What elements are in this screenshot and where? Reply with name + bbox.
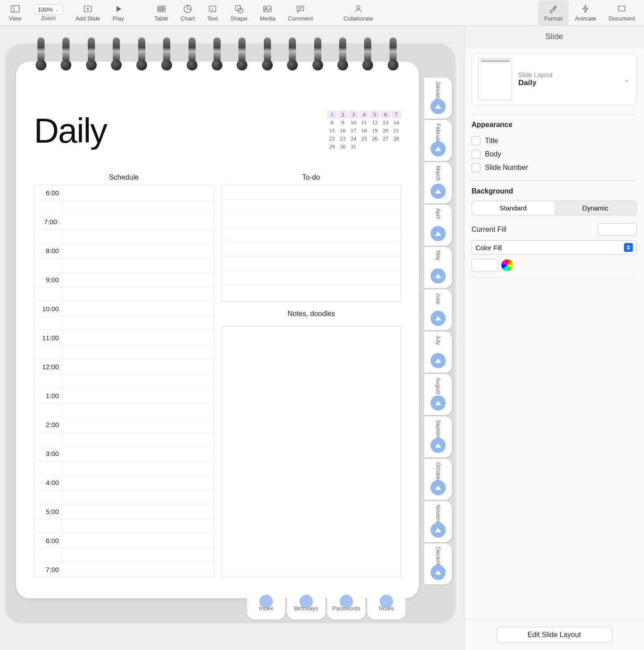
calendar-day[interactable] (370, 143, 380, 151)
comment-button[interactable]: Comment (282, 0, 319, 25)
calendar-day[interactable] (381, 143, 390, 151)
calendar-day[interactable]: 2 (338, 111, 348, 119)
calendar-day[interactable]: 6 (381, 111, 390, 119)
calendar-day[interactable]: 29 (327, 143, 337, 151)
month-tab-january[interactable]: January (424, 78, 452, 119)
calendar-day[interactable]: 27 (381, 135, 390, 143)
bottom-tab-index[interactable]: Index (247, 597, 285, 620)
calendar-day[interactable]: 16 (338, 127, 348, 135)
canvas-area[interactable]: Daily 1234567891011121314151617181920212… (0, 26, 464, 650)
calendar-day[interactable]: 8 (327, 119, 337, 127)
calendar-day[interactable]: 5 (370, 111, 380, 119)
calendar-day[interactable]: 4 (359, 111, 369, 119)
todo-row[interactable] (222, 200, 401, 214)
slide-layout-card[interactable]: Slide Layout Daily ⌄ (472, 53, 637, 105)
calendar-day[interactable]: 28 (391, 135, 401, 143)
todo-row[interactable] (222, 243, 401, 257)
month-tab-april[interactable]: April (424, 205, 452, 246)
schedule-row[interactable]: 8:00 (34, 243, 214, 259)
segment-dynamic[interactable]: Dynamic (554, 201, 637, 215)
calendar-day[interactable]: 20 (381, 127, 390, 135)
month-tab-september[interactable]: September (424, 416, 452, 457)
schedule-row[interactable]: 11:00 (34, 330, 214, 346)
schedule-row[interactable]: 5:00 (34, 504, 214, 519)
calendar-day[interactable]: 23 (338, 135, 348, 143)
month-tab-february[interactable]: February (424, 120, 452, 161)
schedule-row[interactable]: 6:00 (34, 185, 214, 201)
bottom-tab-birthdays[interactable]: Birthdays (287, 597, 325, 620)
calendar-day[interactable]: 24 (349, 135, 358, 143)
schedule-row[interactable]: 6:00 (34, 533, 214, 548)
schedule-row[interactable]: 9:00 (34, 272, 214, 288)
schedule-row[interactable]: 7:00 (34, 562, 214, 577)
schedule-row[interactable]: 3:00 (34, 446, 214, 461)
todo-row[interactable] (222, 285, 401, 300)
month-tab-may[interactable]: May (424, 247, 452, 288)
collaborate-button[interactable]: Collaborate (337, 0, 379, 25)
month-tab-july[interactable]: July (424, 332, 452, 373)
month-tab-august[interactable]: August (424, 374, 452, 415)
calendar-day[interactable]: 7 (391, 111, 401, 119)
todo-row[interactable] (222, 214, 401, 228)
bottom-tab-notes[interactable]: Notes (367, 597, 406, 620)
text-button[interactable]: A Text (201, 0, 224, 25)
checkbox-icon[interactable] (472, 163, 480, 172)
shape-button[interactable]: Shape (224, 0, 254, 25)
schedule-row[interactable]: 1:00 (34, 388, 214, 403)
color-wheel-icon[interactable] (501, 259, 513, 272)
todo-row[interactable] (222, 271, 401, 285)
play-button[interactable]: Play (107, 0, 130, 25)
calendar-day[interactable]: 10 (349, 119, 358, 127)
schedule-row[interactable]: 4:00 (34, 475, 214, 490)
schedule-row[interactable]: 7:00: (34, 214, 214, 230)
month-tab-june[interactable]: June (424, 289, 452, 330)
month-tab-october[interactable]: October (424, 459, 452, 500)
calendar-day[interactable] (391, 143, 401, 151)
calendar-day[interactable]: 9 (338, 119, 348, 127)
calendar-day[interactable]: 31 (349, 143, 358, 151)
todo-row[interactable] (222, 228, 401, 243)
slide-number-checkbox-row[interactable]: Slide Number (472, 161, 637, 174)
calendar-day[interactable]: 1 (327, 111, 337, 119)
zoom-box[interactable]: 100% ⌄ (34, 4, 63, 15)
calendar-day[interactable]: 13 (381, 119, 390, 127)
fill-type-select[interactable]: Color Fill (472, 240, 637, 255)
table-button[interactable]: Table (148, 0, 174, 25)
chart-button[interactable]: Chart (174, 0, 201, 25)
edit-slide-layout-button[interactable]: Edit Slide Layout (496, 627, 612, 643)
calendar-day[interactable]: 15 (327, 127, 337, 135)
calendar-day[interactable]: 14 (391, 119, 401, 127)
body-checkbox-row[interactable]: Body (472, 148, 637, 161)
slide[interactable]: Daily 1234567891011121314151617181920212… (6, 44, 455, 621)
todo-row[interactable] (222, 185, 401, 200)
calendar-day[interactable]: 21 (391, 127, 401, 135)
calendar-day[interactable]: 26 (370, 135, 380, 143)
add-slide-button[interactable]: Add Slide (69, 0, 107, 25)
calendar-day[interactable]: 17 (349, 127, 358, 135)
schedule-row[interactable]: 12:00 (34, 359, 214, 374)
color-swatch[interactable] (472, 259, 498, 272)
calendar-day[interactable]: 12 (370, 119, 380, 127)
calendar-day[interactable]: 22 (327, 135, 337, 143)
zoom-button[interactable]: 100% ⌄ Zoom (28, 0, 69, 25)
calendar-day[interactable]: 3 (349, 111, 358, 119)
segment-standard[interactable]: Standard (472, 201, 554, 215)
todo-box[interactable] (222, 185, 401, 302)
calendar-day[interactable]: 19 (370, 127, 380, 135)
background-segmented[interactable]: Standard Dynamic (472, 201, 637, 215)
mini-calendar[interactable]: 1234567891011121314151617181920212223242… (327, 111, 401, 151)
current-fill-swatch[interactable] (598, 223, 637, 236)
notes-box[interactable] (222, 326, 401, 577)
month-tab-march[interactable]: March (424, 162, 452, 203)
month-tab-december[interactable]: December (424, 543, 452, 584)
schedule-row[interactable]: 10:00 (34, 301, 214, 317)
title-checkbox-row[interactable]: Title (472, 134, 637, 148)
calendar-day[interactable] (359, 143, 369, 151)
view-button[interactable]: View (3, 0, 28, 25)
schedule-table[interactable]: 6:007:00:8:009:0010:0011:0012:001:002:00… (34, 185, 214, 577)
calendar-day[interactable]: 30 (338, 143, 348, 151)
media-button[interactable]: Media (254, 0, 282, 25)
month-tab-november[interactable]: November (424, 501, 452, 542)
calendar-day[interactable]: 18 (359, 127, 369, 135)
animate-button[interactable]: Animate (569, 0, 603, 25)
